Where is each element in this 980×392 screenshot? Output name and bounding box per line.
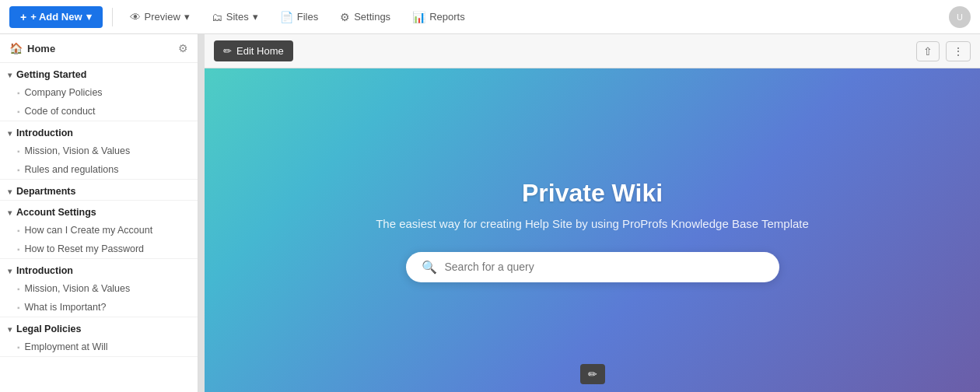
- sidebar-section-introduction-2: ▾ Introduction ▪ Mission, Vision & Value…: [0, 259, 198, 317]
- add-new-button[interactable]: + + Add New ▾: [9, 6, 103, 28]
- sidebar-group-introduction-2[interactable]: ▾ Introduction: [0, 259, 198, 279]
- sidebar-section-introduction-1: ▾ Introduction ▪ Mission, Vision & Value…: [0, 121, 198, 180]
- chevron-down-icon: ▾: [8, 208, 12, 217]
- main-content: ✏ Edit Home ⇧ ⋮ Private Wiki The easiest…: [205, 34, 980, 392]
- chevron-down-icon: ▾: [8, 325, 12, 334]
- pencil-icon: ✏: [588, 368, 597, 380]
- page-icon: ▪: [17, 166, 20, 174]
- page-icon: ▪: [17, 89, 20, 97]
- sidebar-item-employment-at-will[interactable]: ▪ Employment at Will: [0, 338, 198, 356]
- sidebar-group-departments-label: Departments: [16, 186, 75, 197]
- hero-section: Private Wiki The easiest way for creatin…: [205, 68, 980, 392]
- sidebar-item-company-policies-label: Company Policies: [25, 87, 103, 98]
- hero-subtitle: The easiest way for creating Help Site b…: [376, 217, 809, 230]
- share-button[interactable]: ⇧: [916, 41, 940, 61]
- sidebar-group-introduction-1-label: Introduction: [16, 128, 73, 138]
- sidebar-item-mission-vision-label-2: Mission, Vision & Values: [25, 283, 131, 294]
- sidebar-item-what-is-important-label: What is Important?: [25, 302, 107, 313]
- sidebar-group-getting-started-label: Getting Started: [16, 69, 86, 80]
- sidebar-group-account-settings-label: Account Settings: [16, 207, 96, 218]
- nav-divider: [112, 8, 113, 26]
- edit-home-button[interactable]: ✏ Edit Home: [214, 40, 293, 61]
- nav-reports-label: Reports: [429, 11, 465, 23]
- eye-icon: 👁: [130, 11, 141, 23]
- add-new-label: + Add New: [30, 11, 82, 23]
- reports-icon: 📊: [412, 11, 425, 23]
- nav-preview-label: Preview: [145, 11, 180, 23]
- nav-reports[interactable]: 📊 Reports: [404, 6, 473, 28]
- sidebar-section-legal-policies: ▾ Legal Policies ▪ Employment at Will: [0, 317, 198, 357]
- sidebar-group-departments[interactable]: ▾ Departments: [0, 180, 198, 200]
- hero-title: Private Wiki: [522, 179, 663, 208]
- nav-settings[interactable]: ⚙ Settings: [332, 6, 398, 28]
- sidebar-item-company-policies[interactable]: ▪ Company Policies: [0, 83, 198, 102]
- search-input[interactable]: [445, 261, 764, 273]
- chevron-down-icon: ▾: [86, 11, 92, 23]
- sidebar-item-what-is-important[interactable]: ▪ What is Important?: [0, 298, 198, 317]
- search-bar: 🔍: [406, 252, 779, 282]
- hero-edit-pencil-button[interactable]: ✏: [580, 364, 605, 384]
- more-options-button[interactable]: ⋮: [946, 41, 971, 61]
- sidebar-item-mission-vision-label-1: Mission, Vision & Values: [25, 145, 131, 156]
- home-icon: 🏠: [9, 42, 23, 54]
- sidebar-home-label: Home: [27, 43, 55, 54]
- edit-home-label: Edit Home: [236, 45, 284, 57]
- edit-bar-right-actions: ⇧ ⋮: [916, 41, 971, 61]
- page-icon: ▪: [17, 226, 20, 235]
- user-avatar[interactable]: U: [949, 6, 971, 28]
- page-icon: ▪: [17, 107, 20, 116]
- layout: 🏠 Home ⚙ ▾ Getting Started ▪ Company Pol…: [0, 34, 980, 392]
- sidebar-item-code-of-conduct[interactable]: ▪ Code of conduct: [0, 102, 198, 121]
- preview-chevron-icon: ▾: [184, 11, 190, 23]
- sites-chevron-icon: ▾: [253, 11, 258, 23]
- sidebar: 🏠 Home ⚙ ▾ Getting Started ▪ Company Pol…: [0, 34, 198, 392]
- sidebar-item-mission-vision-values-2[interactable]: ▪ Mission, Vision & Values: [0, 279, 198, 298]
- sidebar-section-getting-started: ▾ Getting Started ▪ Company Policies ▪ C…: [0, 63, 198, 121]
- page-icon: ▪: [17, 343, 20, 352]
- edit-bar: ✏ Edit Home ⇧ ⋮: [205, 34, 980, 68]
- chevron-down-icon: ▾: [8, 267, 12, 275]
- sidebar-group-legal-policies-label: Legal Policies: [16, 324, 81, 334]
- sidebar-item-create-account-label: How can I Create my Account: [25, 225, 153, 236]
- sidebar-item-create-account[interactable]: ▪ How can I Create my Account: [0, 221, 198, 240]
- nav-preview[interactable]: 👁 Preview ▾: [122, 6, 198, 28]
- pencil-icon: ✏: [223, 45, 232, 57]
- sidebar-section-departments: ▾ Departments: [0, 180, 198, 201]
- chevron-down-icon: ▾: [8, 129, 12, 138]
- nav-settings-label: Settings: [354, 11, 390, 23]
- sidebar-item-reset-password[interactable]: ▪ How to Reset my Password: [0, 240, 198, 258]
- page-icon: ▪: [17, 285, 20, 293]
- settings-icon: ⚙: [340, 11, 350, 23]
- ellipsis-icon: ⋮: [953, 45, 964, 58]
- sites-icon: 🗂: [212, 11, 222, 23]
- sidebar-group-introduction-2-label: Introduction: [16, 265, 73, 276]
- sidebar-item-code-of-conduct-label: Code of conduct: [25, 106, 96, 117]
- sidebar-item-mission-vision-values-1[interactable]: ▪ Mission, Vision & Values: [0, 142, 198, 160]
- share-icon: ⇧: [923, 45, 933, 58]
- nav-files-label: Files: [297, 11, 318, 23]
- plus-icon: +: [20, 11, 26, 23]
- nav-files[interactable]: 📄 Files: [272, 6, 326, 28]
- sidebar-group-account-settings[interactable]: ▾ Account Settings: [0, 201, 198, 221]
- sidebar-home-title: 🏠 Home: [9, 42, 55, 54]
- files-icon: 📄: [280, 11, 293, 23]
- sidebar-item-rules-regulations[interactable]: ▪ Rules and regulations: [0, 160, 198, 179]
- sidebar-item-reset-password-label: How to Reset my Password: [25, 243, 145, 254]
- gear-icon[interactable]: ⚙: [178, 42, 188, 54]
- nav-sites-label: Sites: [226, 11, 249, 23]
- search-icon: 🔍: [422, 260, 437, 275]
- chevron-down-icon: ▾: [8, 71, 12, 79]
- sidebar-group-introduction-1[interactable]: ▾ Introduction: [0, 121, 198, 142]
- sidebar-section-account-settings: ▾ Account Settings ▪ How can I Create my…: [0, 201, 198, 259]
- nav-sites[interactable]: 🗂 Sites ▾: [204, 6, 266, 28]
- sidebar-item-rules-regulations-label: Rules and regulations: [25, 164, 119, 175]
- navbar: + + Add New ▾ 👁 Preview ▾ 🗂 Sites ▾ 📄 Fi…: [0, 0, 980, 34]
- chevron-right-icon: ▾: [8, 187, 12, 196]
- sidebar-home-section: 🏠 Home ⚙: [0, 34, 198, 63]
- sidebar-group-legal-policies[interactable]: ▾ Legal Policies: [0, 317, 198, 338]
- page-icon: ▪: [17, 147, 20, 156]
- page-icon: ▪: [17, 245, 20, 254]
- sidebar-group-getting-started[interactable]: ▾ Getting Started: [0, 63, 198, 83]
- sidebar-resize-handle[interactable]: [198, 34, 205, 392]
- page-icon: ▪: [17, 303, 20, 312]
